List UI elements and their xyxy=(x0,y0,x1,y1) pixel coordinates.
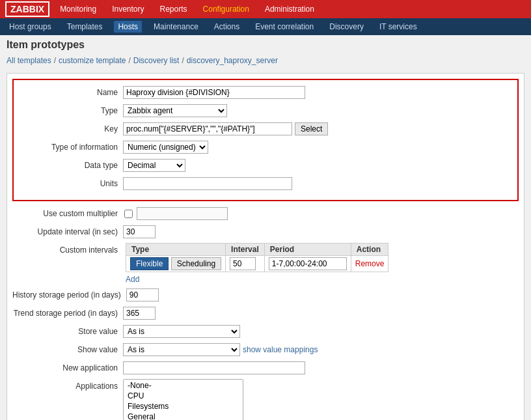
data-type-row: Data type Decimal Octal Hexadecimal Bool… xyxy=(19,158,512,173)
nav-reports[interactable]: Reports xyxy=(157,3,190,15)
update-interval-row: Update interval (in sec) xyxy=(12,225,519,239)
custom-multiplier-label: Use custom multiplier xyxy=(12,209,123,218)
breadcrumb: All templates / customize template / Dis… xyxy=(0,53,531,68)
show-value-label: Show value xyxy=(12,345,123,354)
new-application-label: New application xyxy=(12,363,123,372)
col-type: Type xyxy=(126,244,226,256)
flexible-button[interactable]: Flexible xyxy=(130,257,169,270)
key-row: Key Select xyxy=(19,122,512,136)
nav-templates[interactable]: Templates xyxy=(63,21,107,33)
key-label: Key xyxy=(19,124,123,133)
scheduling-button[interactable]: Scheduling xyxy=(171,257,221,270)
nav-host-groups[interactable]: Host groups xyxy=(5,21,55,33)
update-interval-label: Update interval (in sec) xyxy=(12,227,123,236)
type-label: Type xyxy=(19,106,123,115)
app-option-general[interactable]: General xyxy=(125,412,241,420)
type-info-label: Type of information xyxy=(19,143,123,152)
interval-period-cell xyxy=(264,256,351,272)
type-info-control: Numeric (unsigned) Numeric (float) Chara… xyxy=(123,141,208,154)
units-label: Units xyxy=(19,179,123,188)
app-option-filesystems[interactable]: Filesystems xyxy=(125,401,241,412)
breadcrumb-sep-2: / xyxy=(128,56,130,65)
remove-interval-link[interactable]: Remove xyxy=(355,259,385,268)
key-control: Select xyxy=(123,122,328,135)
logo: ZABBIX xyxy=(5,1,49,17)
breadcrumb-discovery-list[interactable]: Discovery list xyxy=(133,56,180,65)
interval-value-cell xyxy=(226,256,265,272)
update-interval-input[interactable] xyxy=(123,225,156,238)
key-input[interactable] xyxy=(123,122,292,135)
history-input[interactable] xyxy=(126,288,159,301)
store-value-label: Store value xyxy=(12,327,123,336)
show-value-row: Show value As is show value mappings xyxy=(12,343,519,357)
nav-inventory[interactable]: Inventory xyxy=(109,3,146,15)
intervals-table: Type Interval Period Action Flexible Sch… xyxy=(126,243,388,272)
nav-it-services[interactable]: IT services xyxy=(375,21,421,33)
applications-row: Applications -None- CPU Filesystems Gene… xyxy=(12,379,519,420)
data-type-label: Data type xyxy=(19,161,123,170)
custom-intervals-label: Custom intervals xyxy=(12,243,123,255)
interval-period-input[interactable] xyxy=(269,257,347,270)
top-nav-items: Monitoring Inventory Reports Configurati… xyxy=(57,3,317,15)
table-row: Flexible Scheduling Remo xyxy=(126,256,388,272)
type-info-select[interactable]: Numeric (unsigned) Numeric (float) Chara… xyxy=(123,141,208,154)
interval-action-cell: Remove xyxy=(351,256,388,272)
trend-input[interactable] xyxy=(123,307,156,320)
breadcrumb-sep-3: / xyxy=(182,56,184,65)
col-action: Action xyxy=(351,244,388,256)
nav-maintenance[interactable]: Maintenance xyxy=(150,21,202,33)
nav-discovery[interactable]: Discovery xyxy=(325,21,368,33)
select-button[interactable]: Select xyxy=(295,122,328,135)
custom-multiplier-checkbox[interactable] xyxy=(124,210,133,218)
name-input[interactable] xyxy=(123,86,305,99)
intervals-content: Type Interval Period Action Flexible Sch… xyxy=(126,243,388,284)
nav-monitoring[interactable]: Monitoring xyxy=(57,3,99,15)
show-value-select[interactable]: As is xyxy=(123,343,240,356)
type-info-row: Type of information Numeric (unsigned) N… xyxy=(19,140,512,154)
type-row: Type Zabbix agent Zabbix agent (active) … xyxy=(19,104,512,118)
app-option-none[interactable]: -None- xyxy=(125,380,241,391)
data-type-control: Decimal Octal Hexadecimal Boolean xyxy=(123,159,185,172)
history-label: History storage period (in days) xyxy=(12,290,126,300)
name-row: Name xyxy=(19,85,512,100)
type-control: Zabbix agent Zabbix agent (active) Simpl… xyxy=(123,104,227,117)
nav-administration[interactable]: Administration xyxy=(262,3,317,15)
nav-configuration[interactable]: Configuration xyxy=(200,3,252,15)
nav-event-correlation[interactable]: Event correlation xyxy=(251,21,318,33)
custom-multiplier-row: Use custom multiplier xyxy=(12,206,519,221)
trend-label: Trend storage period (in days) xyxy=(12,309,123,318)
breadcrumb-discovery-haproxy[interactable]: discovery_haproxy_server xyxy=(187,56,278,65)
trend-row: Trend storage period (in days) xyxy=(12,306,519,320)
store-value-row: Store value As is Delta (speed per secon… xyxy=(12,324,519,339)
page-title: Item prototypes xyxy=(0,35,531,53)
applications-label: Applications xyxy=(12,379,123,391)
history-row: History storage period (in days) xyxy=(12,288,519,302)
breadcrumb-customize-template[interactable]: customize template xyxy=(59,56,126,65)
applications-listbox[interactable]: -None- CPU Filesystems General haproxy_s… xyxy=(123,379,243,420)
units-input[interactable] xyxy=(123,177,292,190)
nav-actions[interactable]: Actions xyxy=(210,21,243,33)
units-control xyxy=(123,177,292,190)
store-value-select[interactable]: As is Delta (speed per second) Delta (si… xyxy=(123,325,240,338)
new-application-input[interactable] xyxy=(123,361,305,374)
required-fields-section: Name Type Zabbix agent Zabbix agent (act… xyxy=(12,79,519,201)
second-nav-bar: Host groups Templates Hosts Maintenance … xyxy=(0,18,531,35)
new-application-row: New application xyxy=(12,361,519,375)
interval-value-input[interactable] xyxy=(230,257,256,270)
interval-type-cell: Flexible Scheduling xyxy=(126,256,226,272)
app-option-cpu[interactable]: CPU xyxy=(125,391,241,401)
form-container: Name Type Zabbix agent Zabbix agent (act… xyxy=(7,73,524,420)
name-label: Name xyxy=(19,88,123,97)
col-interval: Interval xyxy=(226,244,265,256)
data-type-select[interactable]: Decimal Octal Hexadecimal Boolean xyxy=(123,159,185,172)
breadcrumb-sep-1: / xyxy=(54,56,56,65)
show-value-mappings-link[interactable]: show value mappings xyxy=(243,345,318,354)
add-interval-link[interactable]: Add xyxy=(126,275,139,284)
top-nav-bar: ZABBIX Monitoring Inventory Reports Conf… xyxy=(0,0,531,18)
type-select[interactable]: Zabbix agent Zabbix agent (active) Simpl… xyxy=(123,104,227,117)
breadcrumb-all-templates[interactable]: All templates xyxy=(7,56,51,65)
col-period: Period xyxy=(264,244,351,256)
nav-hosts[interactable]: Hosts xyxy=(114,21,142,33)
custom-multiplier-input[interactable] xyxy=(137,207,228,220)
units-row: Units xyxy=(19,176,512,191)
